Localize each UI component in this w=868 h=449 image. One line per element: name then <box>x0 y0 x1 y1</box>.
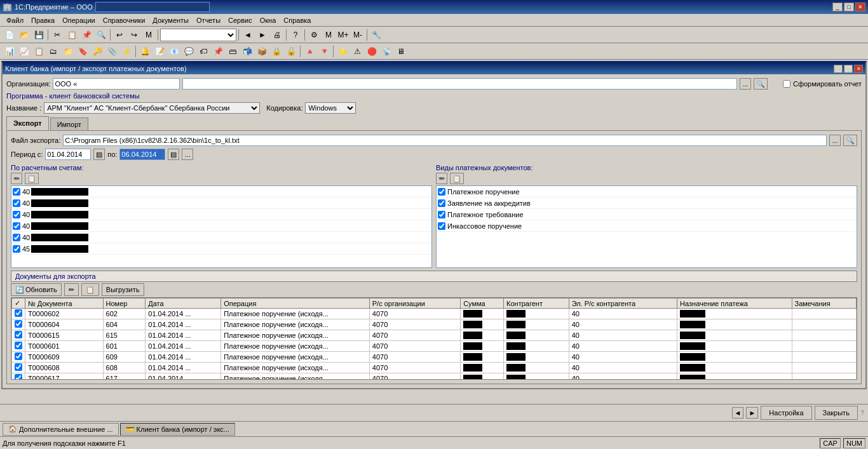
payment-type-item-4[interactable]: Инкассовое поручение <box>437 220 857 232</box>
tb-cut[interactable]: ✂ <box>50 28 64 42</box>
menu-operations[interactable]: Операции <box>58 15 98 26</box>
tb-undo[interactable]: ↩ <box>112 28 126 42</box>
org-input-2[interactable] <box>182 78 737 90</box>
period-ellipsis-btn[interactable]: ... <box>182 149 193 160</box>
tb2-13[interactable]: 💬 <box>182 44 196 58</box>
payment-copy-btn[interactable]: 📋 <box>450 173 464 184</box>
payment-type-checkbox-1[interactable] <box>438 188 445 196</box>
tb2-12[interactable]: 📧 <box>167 44 181 58</box>
inner-minimize-button[interactable]: _ <box>834 65 843 73</box>
tb2-10[interactable]: 🔔 <box>138 44 152 58</box>
name-select[interactable]: АРМ "Клиент" АС "Клиент-Сбербанк" Сберба… <box>44 102 260 114</box>
payment-type-checkbox-4[interactable] <box>438 222 445 230</box>
inner-restore-button[interactable]: ❐ <box>844 65 853 73</box>
tab-import[interactable]: Импорт <box>50 117 88 130</box>
account-item-2[interactable]: 40 <box>11 198 431 209</box>
close-button[interactable]: ✕ <box>855 3 865 11</box>
taskbar-item-0[interactable]: 🏠 Дополнительные внешние ... <box>3 423 119 436</box>
tb-combo[interactable] <box>160 29 236 41</box>
org-search-btn[interactable]: ... <box>740 78 751 90</box>
tb2-6[interactable]: 🔖 <box>76 44 90 58</box>
row-check-2[interactable] <box>12 330 25 341</box>
taskbar-item-1[interactable]: 💳 Клиент банка (импорт / экс... <box>120 423 235 436</box>
accounts-edit-btn[interactable]: ✏ <box>11 173 22 184</box>
account-item-5[interactable]: 40 <box>11 232 431 243</box>
tb-open[interactable]: 📂 <box>17 28 31 42</box>
tb2-23[interactable]: ⭐ <box>336 44 349 58</box>
account-item-1[interactable]: 40 <box>11 186 431 198</box>
tab-export[interactable]: Экспорт <box>6 116 49 130</box>
tb-new[interactable]: 📄 <box>3 28 17 42</box>
sformirovat-checkbox[interactable] <box>783 80 790 88</box>
tb2-17[interactable]: 📬 <box>240 44 254 58</box>
tb-paste[interactable]: 📌 <box>79 28 93 42</box>
account-checkbox-5[interactable] <box>13 234 20 241</box>
tb2-19[interactable]: 🔒 <box>269 44 283 58</box>
refresh-button[interactable]: 🔄 Обновить <box>11 283 62 296</box>
company-name-input[interactable] <box>95 2 210 12</box>
menu-service[interactable]: Сервис <box>224 15 256 26</box>
inner-close-button[interactable]: ✕ <box>854 65 863 73</box>
file-export-search-btn[interactable]: 🔍 <box>843 135 857 146</box>
tb-edit-btn[interactable]: ✏ <box>64 283 79 296</box>
account-checkbox-4[interactable] <box>13 222 20 230</box>
tb-help[interactable]: ? <box>288 28 302 42</box>
tb2-8[interactable]: 📎 <box>105 44 119 58</box>
account-checkbox-2[interactable] <box>13 199 20 207</box>
file-export-input[interactable] <box>63 135 827 146</box>
menu-edit[interactable]: Правка <box>27 15 58 26</box>
tb2-24[interactable]: ⚠ <box>350 44 364 58</box>
tb2-25[interactable]: 🛑 <box>365 44 379 58</box>
tb-tools[interactable]: 🔧 <box>369 28 383 42</box>
tb-find[interactable]: 🔍 <box>94 28 108 42</box>
payment-type-checkbox-2[interactable] <box>438 199 445 207</box>
tb2-18[interactable]: 📦 <box>255 44 269 58</box>
payment-type-checkbox-3[interactable] <box>438 211 445 218</box>
encoding-select[interactable]: Windows <box>305 102 356 114</box>
row-check-3[interactable] <box>12 341 25 352</box>
nav-fwd-btn[interactable]: ► <box>746 407 758 419</box>
menu-file[interactable]: Файл <box>3 15 27 26</box>
period-from-calendar-btn[interactable]: ▤ <box>93 149 105 160</box>
payment-type-item-2[interactable]: Заявление на аккредитив <box>437 198 857 209</box>
period-to-input[interactable] <box>119 149 165 160</box>
row-check-4[interactable] <box>12 352 25 363</box>
period-from-input[interactable] <box>45 149 91 160</box>
payment-edit-btn[interactable]: ✏ <box>436 173 447 184</box>
menu-documents[interactable]: Документы <box>149 15 193 26</box>
tb-m[interactable]: M <box>322 28 336 42</box>
tb2-4[interactable]: 🗂 <box>46 44 60 58</box>
tb2-5[interactable]: 📁 <box>61 44 75 58</box>
tb2-26[interactable]: 📡 <box>379 44 393 58</box>
menu-directories[interactable]: Справочники <box>99 15 149 26</box>
tb-right[interactable]: ► <box>255 28 269 42</box>
tb2-3[interactable]: 📋 <box>32 44 46 58</box>
account-item-3[interactable]: 40 <box>11 209 431 220</box>
menu-windows[interactable]: Окна <box>256 15 280 26</box>
tb2-14[interactable]: 🏷 <box>196 44 210 58</box>
tb-mplus[interactable]: M+ <box>336 28 350 42</box>
tb-save[interactable]: 💾 <box>32 28 46 42</box>
account-checkbox-6[interactable] <box>13 245 20 253</box>
tb2-1[interactable]: 📊 <box>3 44 17 58</box>
tb2-27[interactable]: 🖥 <box>394 44 408 58</box>
org-lookup-btn[interactable]: 🔍 <box>754 78 768 90</box>
tb-copy-btn[interactable]: 📋 <box>81 283 99 296</box>
row-check-5[interactable] <box>12 363 25 373</box>
tb2-20[interactable]: 🔓 <box>284 44 298 58</box>
accounts-copy-btn[interactable]: 📋 <box>25 173 39 184</box>
tb-redo[interactable]: ↪ <box>127 28 141 42</box>
period-to-calendar-btn[interactable]: ▤ <box>168 149 179 160</box>
tb2-22[interactable]: 🔻 <box>317 44 331 58</box>
tb-mminus[interactable]: M- <box>351 28 365 42</box>
file-export-browse-btn[interactable]: ... <box>829 135 841 146</box>
tb2-2[interactable]: 📈 <box>17 44 31 58</box>
tb-calc[interactable]: M <box>142 28 156 42</box>
tb2-16[interactable]: 🗃 <box>226 44 240 58</box>
question-btn[interactable]: ? <box>860 409 864 417</box>
menu-reports[interactable]: Отчеты <box>193 15 224 26</box>
account-item-4[interactable]: 40 <box>11 220 431 232</box>
row-check-0[interactable] <box>12 309 25 319</box>
maximize-button[interactable]: □ <box>844 3 854 11</box>
tb-left[interactable]: ◄ <box>241 28 255 42</box>
